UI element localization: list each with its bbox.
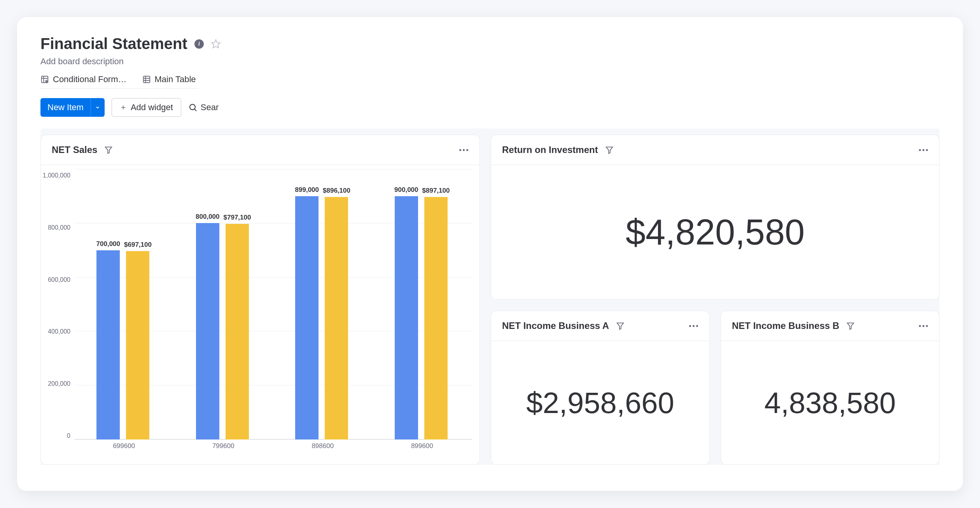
add-widget-button[interactable]: Add widget bbox=[112, 98, 181, 117]
bar-value-label: $897,100 bbox=[422, 187, 450, 195]
svg-rect-5 bbox=[143, 76, 150, 83]
board-title[interactable]: Financial Statement bbox=[40, 35, 187, 53]
tab-conditional-formatting[interactable]: Conditional Form… bbox=[40, 74, 127, 84]
card-title: NET Sales bbox=[52, 144, 97, 155]
new-item-label: New Item bbox=[40, 102, 91, 112]
income-b-value: 4,838,580 bbox=[721, 341, 939, 464]
star-icon[interactable] bbox=[211, 39, 221, 49]
filter-icon[interactable] bbox=[104, 146, 113, 154]
tab-label: Main Table bbox=[155, 74, 196, 84]
chart-y-axis: 1,000,000800,000600,000400,000200,0000 bbox=[43, 169, 74, 453]
card-income-b: NET Income Business B 4,838,580 bbox=[721, 311, 940, 465]
filter-icon[interactable] bbox=[846, 322, 855, 330]
filter-icon[interactable] bbox=[616, 322, 625, 330]
grid-star-icon bbox=[40, 75, 49, 84]
bar-value-label: 700,000 bbox=[96, 240, 120, 248]
search-placeholder: Sear bbox=[201, 102, 219, 112]
info-icon[interactable]: i bbox=[194, 39, 204, 49]
bar-value-label: $697,100 bbox=[124, 241, 152, 249]
action-row: New Item Add widget Sear bbox=[40, 98, 940, 117]
bar-value-label: $797,100 bbox=[224, 214, 251, 221]
table-icon bbox=[142, 75, 151, 84]
chart-bar[interactable] bbox=[96, 250, 120, 440]
x-tick-label: 898600 bbox=[312, 442, 334, 450]
svg-marker-15 bbox=[617, 323, 624, 330]
svg-marker-14 bbox=[606, 147, 612, 154]
chart-bar[interactable] bbox=[325, 197, 348, 439]
card-roi: Return on Investment $4,820,580 bbox=[491, 135, 940, 300]
card-income-a: NET Income Business A $2,958,660 bbox=[491, 311, 710, 465]
filter-icon[interactable] bbox=[605, 146, 614, 154]
chart-bar[interactable] bbox=[226, 224, 249, 439]
search-icon bbox=[188, 103, 198, 112]
svg-marker-0 bbox=[212, 40, 220, 48]
svg-line-12 bbox=[194, 109, 196, 111]
more-icon[interactable] bbox=[918, 149, 928, 151]
svg-point-11 bbox=[190, 104, 195, 110]
x-tick-label: 899600 bbox=[411, 442, 433, 450]
net-sales-chart: 1,000,000800,000600,000400,000200,0000 7… bbox=[41, 165, 480, 464]
chart-bar[interactable] bbox=[196, 223, 219, 439]
bar-value-label: 900,000 bbox=[394, 186, 418, 194]
chart-x-axis: 699600799600898600899600 bbox=[74, 439, 472, 453]
more-icon[interactable] bbox=[458, 149, 469, 151]
search-input[interactable]: Sear bbox=[188, 102, 219, 112]
x-tick-label: 799600 bbox=[212, 442, 234, 450]
chart-bar[interactable] bbox=[295, 196, 318, 439]
roi-value: $4,820,580 bbox=[491, 165, 939, 299]
chart-bar[interactable] bbox=[395, 196, 418, 440]
svg-marker-16 bbox=[847, 323, 854, 330]
chart-bar[interactable] bbox=[126, 251, 149, 439]
dashboard-area: NET Sales 1,000,000800,000600,000400,000… bbox=[40, 128, 940, 465]
card-net-sales: NET Sales 1,000,000800,000600,000400,000… bbox=[40, 135, 480, 465]
board-header: Financial Statement i Add board descript… bbox=[40, 35, 940, 117]
plus-icon bbox=[120, 104, 127, 111]
bar-value-label: 899,000 bbox=[295, 186, 319, 194]
new-item-button[interactable]: New Item bbox=[40, 98, 105, 117]
bar-value-label: 800,000 bbox=[196, 213, 219, 221]
card-title: NET Income Business B bbox=[732, 320, 839, 331]
tab-main-table[interactable]: Main Table bbox=[142, 74, 196, 84]
more-icon[interactable] bbox=[918, 325, 928, 327]
more-icon[interactable] bbox=[688, 325, 698, 327]
chart-bar[interactable] bbox=[424, 197, 448, 439]
board-subtitle[interactable]: Add board description bbox=[40, 56, 940, 67]
x-tick-label: 699600 bbox=[113, 442, 135, 450]
income-a-value: $2,958,660 bbox=[491, 341, 709, 464]
card-title: Return on Investment bbox=[502, 144, 598, 155]
chevron-down-icon[interactable] bbox=[91, 98, 105, 117]
chart-bars: 700,000$697,100800,000$797,100899,000$89… bbox=[74, 169, 472, 439]
view-tabs: Conditional Form… Main Table bbox=[40, 74, 198, 89]
tab-label: Conditional Form… bbox=[53, 74, 127, 84]
card-title: NET Income Business A bbox=[502, 320, 609, 331]
bar-value-label: $896,100 bbox=[323, 187, 350, 195]
svg-marker-4 bbox=[46, 80, 48, 83]
add-widget-label: Add widget bbox=[131, 102, 173, 112]
svg-marker-13 bbox=[105, 147, 112, 154]
